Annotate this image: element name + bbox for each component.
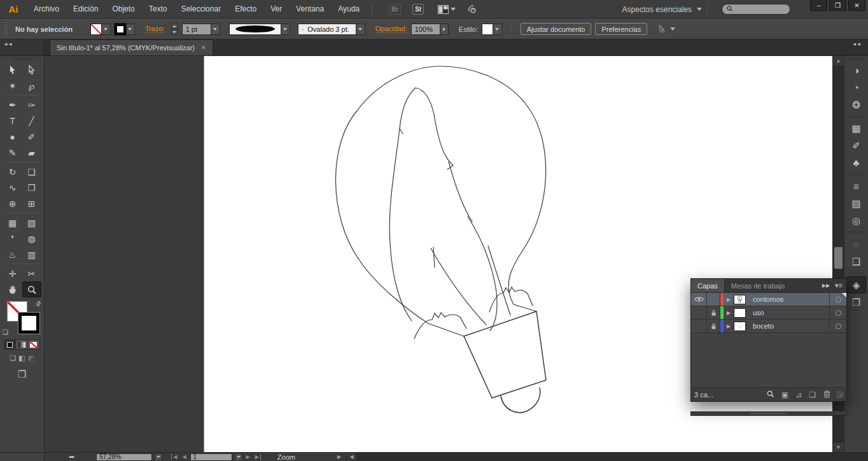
tab-mesas-de-trabajo[interactable]: Mesas de trabajo	[725, 279, 791, 292]
direct-selection-tool[interactable]	[22, 62, 41, 78]
expand-layer-icon[interactable]: ▶	[724, 323, 734, 329]
visibility-toggle-icon[interactable]	[691, 320, 707, 332]
stroke-panel-icon[interactable]: ≡	[846, 178, 866, 195]
fill-swatch[interactable]	[90, 24, 102, 35]
menu-ver[interactable]: Ver	[263, 0, 289, 18]
document-tab[interactable]: Sin título-1* al 57,28% (CMYK/Previsuali…	[50, 39, 213, 55]
opacity-input[interactable]: 100%	[411, 24, 440, 35]
width-tool[interactable]: ∿	[3, 180, 22, 195]
close-button[interactable]: ✕	[848, 0, 865, 11]
layer-name[interactable]: uso	[749, 309, 829, 316]
next-artboard-icon[interactable]: ▶	[245, 454, 251, 460]
panel-drag-handle[interactable]	[690, 411, 847, 416]
previous-artboard-icon[interactable]: ◀	[181, 454, 187, 460]
artboard-dropdown-icon[interactable]	[235, 453, 242, 461]
lasso-tool[interactable]: ℘	[22, 78, 41, 94]
selection-tool[interactable]	[3, 62, 22, 78]
layer-target-icon[interactable]	[829, 306, 846, 319]
workspace-switcher[interactable]: Aspectos esenciales	[622, 5, 702, 14]
color-guide-panel-icon[interactable]: ◔	[846, 79, 866, 96]
stroke-dropdown-arrow-icon[interactable]	[126, 24, 135, 35]
panel-grip[interactable]	[12, 58, 32, 60]
locate-object-icon[interactable]	[766, 390, 774, 400]
layer-name[interactable]: boceto	[749, 322, 829, 330]
horizontal-scrollbar[interactable]: ◀	[346, 453, 868, 461]
export-status-icon[interactable]: ➦	[69, 453, 74, 461]
expand-layer-icon[interactable]: ▶	[724, 310, 734, 316]
menu-edicion[interactable]: Edición	[66, 0, 105, 18]
select-similar-icon[interactable]	[657, 24, 675, 34]
draw-behind-button[interactable]: ◧	[18, 354, 25, 362]
delete-layer-icon[interactable]	[823, 390, 831, 400]
symbol-sprayer-tool[interactable]: ♨	[3, 246, 22, 262]
collapse-tools-icon[interactable]: ◄◄	[0, 39, 45, 55]
pen-tool[interactable]: ✒	[3, 97, 22, 113]
brush-dropdown-icon[interactable]	[281, 24, 290, 35]
expand-layer-icon[interactable]: ▶	[724, 297, 734, 302]
pencil-tool[interactable]: ✎	[3, 145, 22, 160]
zoom-level-field[interactable]: 57,28%	[96, 453, 152, 461]
draw-inside-button[interactable]: ◩	[27, 354, 34, 362]
vertical-scroll-thumb[interactable]	[834, 247, 843, 269]
new-layer-icon[interactable]: ❏	[809, 390, 816, 399]
lock-toggle-icon[interactable]	[707, 306, 720, 319]
draw-normal-button[interactable]: ❏	[10, 354, 16, 362]
visibility-toggle-icon[interactable]	[691, 306, 707, 319]
scroll-left-icon[interactable]: ◀	[347, 453, 357, 461]
eyedropper-tool[interactable]: ❜	[3, 230, 22, 246]
menu-texto[interactable]: Texto	[142, 0, 174, 18]
artboard-number-field[interactable]: 1	[190, 453, 232, 461]
default-fill-stroke-icon[interactable]: ❏	[3, 329, 8, 336]
stroke-weight-input[interactable]: 1 pt	[182, 24, 211, 35]
collapse-panel-icon[interactable]: ▶▶	[822, 283, 830, 288]
panel-grip[interactable]	[846, 58, 867, 60]
search-input[interactable]	[736, 6, 786, 13]
lock-toggle-icon[interactable]	[707, 320, 720, 332]
last-artboard-icon[interactable]: ▶	[254, 454, 261, 460]
perspective-grid-tool[interactable]: ⊞	[22, 195, 41, 211]
graphic-styles-panel-icon[interactable]: ❑	[846, 253, 866, 270]
brushes-panel-icon[interactable]: ✐	[846, 137, 866, 154]
stroke-weight-dropdown-icon[interactable]	[211, 24, 220, 35]
brush-definition-dropdown-icon[interactable]	[356, 24, 365, 35]
column-graph-tool[interactable]: ▥	[22, 246, 41, 262]
layer-name[interactable]: contornos	[749, 295, 829, 303]
menu-archivo[interactable]: Archivo	[27, 0, 66, 18]
shape-builder-tool[interactable]: ⊕	[3, 195, 22, 211]
rotate-tool[interactable]: ↻	[3, 164, 22, 180]
layers-panel-icon[interactable]: ◈	[846, 276, 866, 294]
layer-target-icon[interactable]	[829, 293, 846, 306]
color-panel-icon[interactable]: ◑	[846, 62, 866, 79]
magic-wand-tool[interactable]: ✶	[3, 78, 22, 94]
visibility-toggle-icon[interactable]	[691, 293, 707, 306]
preferences-button[interactable]: Preferencias	[595, 23, 647, 35]
curvature-tool[interactable]: ✑	[22, 97, 41, 113]
fill-dropdown-arrow-icon[interactable]	[102, 24, 111, 35]
appearance-panel-icon[interactable]: ◌	[846, 236, 866, 253]
blend-tool[interactable]: ◍	[22, 230, 41, 246]
swatches-panel-icon[interactable]: ▦	[846, 120, 866, 137]
paintbrush-tool[interactable]: ✐	[22, 129, 41, 145]
zoom-dropdown-icon[interactable]	[155, 453, 162, 461]
make-clipping-mask-icon[interactable]: ▣	[781, 390, 788, 399]
panel-grip[interactable]	[4, 22, 8, 36]
symbols-panel-icon[interactable]: ♣	[846, 154, 866, 171]
artboards-panel-icon[interactable]: ❒	[846, 294, 866, 311]
menu-seleccionar[interactable]: Seleccionar	[174, 0, 228, 18]
hand-tool[interactable]	[3, 281, 22, 297]
close-document-icon[interactable]: ✕	[201, 45, 206, 51]
menu-ayuda[interactable]: Ayuda	[331, 0, 367, 18]
opacity-spinner-icon[interactable]	[440, 24, 449, 35]
expand-dock-icon[interactable]: ◄◄	[844, 39, 868, 55]
gradient-panel-icon[interactable]: ▨	[846, 195, 866, 212]
lock-toggle-icon[interactable]	[707, 293, 720, 306]
scroll-down-icon[interactable]: ▼	[833, 442, 844, 452]
menu-efecto[interactable]: Efecto	[228, 0, 263, 18]
fit-document-button[interactable]: Ajustar documento	[521, 23, 592, 35]
first-artboard-icon[interactable]: ◀	[171, 454, 178, 460]
stroke-color-swatch[interactable]	[18, 313, 39, 334]
mesh-tool[interactable]: ▦	[3, 215, 22, 230]
artboard-tool[interactable]: ✛	[3, 266, 22, 281]
cs-live-icon[interactable]	[466, 4, 477, 15]
menu-ventana[interactable]: Ventana	[289, 0, 331, 18]
